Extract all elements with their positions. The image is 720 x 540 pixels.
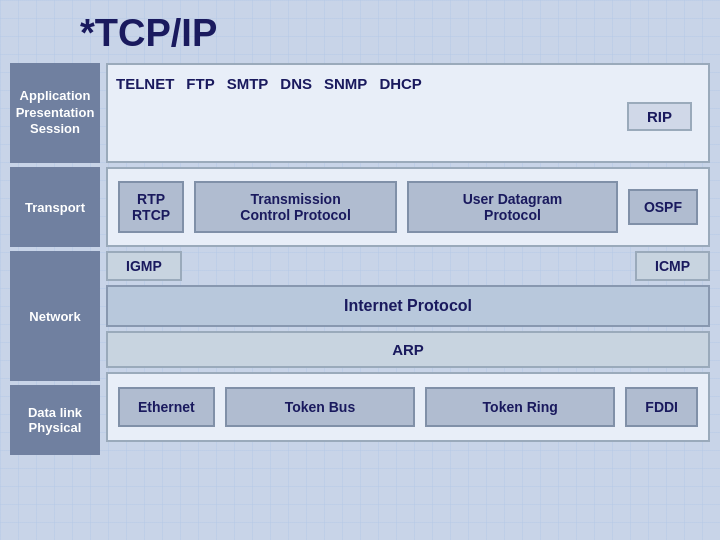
rip-badge: RIP <box>116 96 700 131</box>
page-title: *TCP/IP <box>0 0 720 63</box>
osi-datalink-label: Data link Physical <box>10 385 100 455</box>
fddi-box: FDDI <box>625 387 698 427</box>
osi-labels: Application Presentation Session Transpo… <box>10 63 100 455</box>
ip-row: Internet Protocol <box>106 285 710 327</box>
osi-transport-label: Transport <box>10 167 100 247</box>
token-bus-box: Token Bus <box>225 387 415 427</box>
telnet-label: TELNET <box>116 75 174 92</box>
tcp-box: Transmission Control Protocol <box>194 181 397 233</box>
igmp-icmp-row: IGMP ICMP <box>106 251 710 281</box>
transport-row: RTP RTCP Transmission Control Protocol U… <box>106 167 710 247</box>
dns-label: DNS <box>280 75 312 92</box>
content-area: TELNET FTP SMTP DNS SNMP DHCP RIP RTP RT… <box>106 63 710 455</box>
snmp-label: SNMP <box>324 75 367 92</box>
osi-network-label: Network <box>10 251 100 381</box>
datalink-row: Ethernet Token Bus Token Ring FDDI <box>106 372 710 442</box>
icmp-box: ICMP <box>635 251 710 281</box>
app-protocols: TELNET FTP SMTP DNS SNMP DHCP <box>116 71 700 96</box>
application-row: TELNET FTP SMTP DNS SNMP DHCP RIP <box>106 63 710 163</box>
osi-application-label: Application Presentation Session <box>10 63 100 163</box>
dhcp-label: DHCP <box>379 75 422 92</box>
arp-row: ARP <box>106 331 710 368</box>
smtp-label: SMTP <box>227 75 269 92</box>
udp-box: User Datagram Protocol <box>407 181 618 233</box>
rip-box: RIP <box>627 102 692 131</box>
ethernet-box: Ethernet <box>118 387 215 427</box>
rtp-box: RTP RTCP <box>118 181 184 233</box>
igmp-box: IGMP <box>106 251 182 281</box>
ftp-label: FTP <box>186 75 214 92</box>
token-ring-box: Token Ring <box>425 387 615 427</box>
ospf-box: OSPF <box>628 189 698 225</box>
